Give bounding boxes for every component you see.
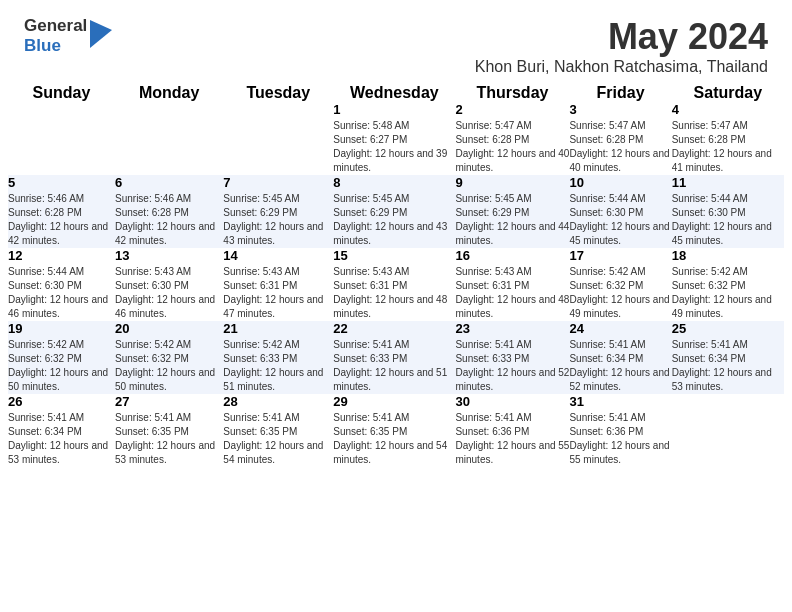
calendar-day-cell [8,102,115,175]
day-number: 29 [333,394,455,409]
day-number: 16 [455,248,569,263]
day-info: Sunrise: 5:43 AM Sunset: 6:30 PM Dayligh… [115,265,223,321]
calendar-day-cell [115,102,223,175]
calendar-day-cell: 18Sunrise: 5:42 AM Sunset: 6:32 PM Dayli… [672,248,784,321]
day-info: Sunrise: 5:41 AM Sunset: 6:35 PM Dayligh… [223,411,333,467]
col-sunday: Sunday [8,84,115,102]
day-info: Sunrise: 5:43 AM Sunset: 6:31 PM Dayligh… [333,265,455,321]
day-number: 8 [333,175,455,190]
calendar-day-cell: 14Sunrise: 5:43 AM Sunset: 6:31 PM Dayli… [223,248,333,321]
day-number: 28 [223,394,333,409]
title-section: May 2024 Khon Buri, Nakhon Ratchasima, T… [475,16,768,76]
day-number: 17 [569,248,671,263]
col-wednesday: Wednesday [333,84,455,102]
day-info: Sunrise: 5:45 AM Sunset: 6:29 PM Dayligh… [223,192,333,248]
calendar-day-cell: 17Sunrise: 5:42 AM Sunset: 6:32 PM Dayli… [569,248,671,321]
day-number: 14 [223,248,333,263]
calendar-day-cell: 27Sunrise: 5:41 AM Sunset: 6:35 PM Dayli… [115,394,223,467]
day-number: 4 [672,102,784,117]
day-number: 2 [455,102,569,117]
day-info: Sunrise: 5:42 AM Sunset: 6:32 PM Dayligh… [115,338,223,394]
calendar-day-cell: 22Sunrise: 5:41 AM Sunset: 6:33 PM Dayli… [333,321,455,394]
calendar-table: Sunday Monday Tuesday Wednesday Thursday… [8,84,784,467]
logo-blue: Blue [24,36,87,56]
svg-marker-0 [90,20,112,48]
calendar-day-cell: 4Sunrise: 5:47 AM Sunset: 6:28 PM Daylig… [672,102,784,175]
day-info: Sunrise: 5:44 AM Sunset: 6:30 PM Dayligh… [672,192,784,248]
calendar-day-cell: 11Sunrise: 5:44 AM Sunset: 6:30 PM Dayli… [672,175,784,248]
calendar-day-cell: 8Sunrise: 5:45 AM Sunset: 6:29 PM Daylig… [333,175,455,248]
day-info: Sunrise: 5:41 AM Sunset: 6:36 PM Dayligh… [455,411,569,467]
calendar-day-cell: 28Sunrise: 5:41 AM Sunset: 6:35 PM Dayli… [223,394,333,467]
logo-icon [90,20,112,48]
day-info: Sunrise: 5:41 AM Sunset: 6:35 PM Dayligh… [333,411,455,467]
day-number: 15 [333,248,455,263]
day-number: 7 [223,175,333,190]
location: Khon Buri, Nakhon Ratchasima, Thailand [475,58,768,76]
day-number: 21 [223,321,333,336]
day-info: Sunrise: 5:46 AM Sunset: 6:28 PM Dayligh… [8,192,115,248]
calendar-day-cell: 24Sunrise: 5:41 AM Sunset: 6:34 PM Dayli… [569,321,671,394]
calendar-day-cell: 12Sunrise: 5:44 AM Sunset: 6:30 PM Dayli… [8,248,115,321]
col-saturday: Saturday [672,84,784,102]
day-info: Sunrise: 5:42 AM Sunset: 6:32 PM Dayligh… [8,338,115,394]
day-info: Sunrise: 5:47 AM Sunset: 6:28 PM Dayligh… [672,119,784,175]
day-number: 5 [8,175,115,190]
calendar-week-row: 1Sunrise: 5:48 AM Sunset: 6:27 PM Daylig… [8,102,784,175]
day-number: 11 [672,175,784,190]
calendar-day-cell [672,394,784,467]
day-info: Sunrise: 5:41 AM Sunset: 6:35 PM Dayligh… [115,411,223,467]
day-info: Sunrise: 5:45 AM Sunset: 6:29 PM Dayligh… [455,192,569,248]
day-number: 23 [455,321,569,336]
calendar-day-cell: 23Sunrise: 5:41 AM Sunset: 6:33 PM Dayli… [455,321,569,394]
calendar-day-cell: 16Sunrise: 5:43 AM Sunset: 6:31 PM Dayli… [455,248,569,321]
day-number: 25 [672,321,784,336]
day-number: 9 [455,175,569,190]
day-info: Sunrise: 5:47 AM Sunset: 6:28 PM Dayligh… [455,119,569,175]
calendar-day-cell: 2Sunrise: 5:47 AM Sunset: 6:28 PM Daylig… [455,102,569,175]
day-number: 22 [333,321,455,336]
calendar-day-cell: 3Sunrise: 5:47 AM Sunset: 6:28 PM Daylig… [569,102,671,175]
day-info: Sunrise: 5:45 AM Sunset: 6:29 PM Dayligh… [333,192,455,248]
day-number: 6 [115,175,223,190]
calendar-day-cell: 21Sunrise: 5:42 AM Sunset: 6:33 PM Dayli… [223,321,333,394]
day-number: 1 [333,102,455,117]
col-thursday: Thursday [455,84,569,102]
calendar-week-row: 5Sunrise: 5:46 AM Sunset: 6:28 PM Daylig… [8,175,784,248]
calendar-day-cell: 6Sunrise: 5:46 AM Sunset: 6:28 PM Daylig… [115,175,223,248]
page-header: General Blue May 2024 Khon Buri, Nakhon … [0,0,792,84]
calendar-day-cell: 7Sunrise: 5:45 AM Sunset: 6:29 PM Daylig… [223,175,333,248]
day-info: Sunrise: 5:43 AM Sunset: 6:31 PM Dayligh… [223,265,333,321]
day-number: 31 [569,394,671,409]
calendar-day-cell: 30Sunrise: 5:41 AM Sunset: 6:36 PM Dayli… [455,394,569,467]
month-year: May 2024 [475,16,768,58]
day-info: Sunrise: 5:42 AM Sunset: 6:32 PM Dayligh… [672,265,784,321]
calendar-day-cell: 31Sunrise: 5:41 AM Sunset: 6:36 PM Dayli… [569,394,671,467]
day-info: Sunrise: 5:44 AM Sunset: 6:30 PM Dayligh… [569,192,671,248]
calendar-day-cell: 25Sunrise: 5:41 AM Sunset: 6:34 PM Dayli… [672,321,784,394]
calendar-wrapper: Sunday Monday Tuesday Wednesday Thursday… [0,84,792,475]
day-info: Sunrise: 5:41 AM Sunset: 6:34 PM Dayligh… [8,411,115,467]
day-info: Sunrise: 5:48 AM Sunset: 6:27 PM Dayligh… [333,119,455,175]
day-number: 30 [455,394,569,409]
logo: General Blue [24,16,112,57]
day-number: 26 [8,394,115,409]
day-info: Sunrise: 5:41 AM Sunset: 6:33 PM Dayligh… [455,338,569,394]
day-number: 18 [672,248,784,263]
calendar-day-cell: 19Sunrise: 5:42 AM Sunset: 6:32 PM Dayli… [8,321,115,394]
col-tuesday: Tuesday [223,84,333,102]
calendar-day-cell: 1Sunrise: 5:48 AM Sunset: 6:27 PM Daylig… [333,102,455,175]
calendar-week-row: 26Sunrise: 5:41 AM Sunset: 6:34 PM Dayli… [8,394,784,467]
day-info: Sunrise: 5:44 AM Sunset: 6:30 PM Dayligh… [8,265,115,321]
day-number: 27 [115,394,223,409]
day-number: 20 [115,321,223,336]
col-friday: Friday [569,84,671,102]
calendar-day-cell: 10Sunrise: 5:44 AM Sunset: 6:30 PM Dayli… [569,175,671,248]
calendar-day-cell: 9Sunrise: 5:45 AM Sunset: 6:29 PM Daylig… [455,175,569,248]
calendar-day-cell: 26Sunrise: 5:41 AM Sunset: 6:34 PM Dayli… [8,394,115,467]
day-info: Sunrise: 5:46 AM Sunset: 6:28 PM Dayligh… [115,192,223,248]
day-info: Sunrise: 5:41 AM Sunset: 6:36 PM Dayligh… [569,411,671,467]
day-info: Sunrise: 5:41 AM Sunset: 6:34 PM Dayligh… [569,338,671,394]
calendar-day-cell [223,102,333,175]
day-info: Sunrise: 5:47 AM Sunset: 6:28 PM Dayligh… [569,119,671,175]
